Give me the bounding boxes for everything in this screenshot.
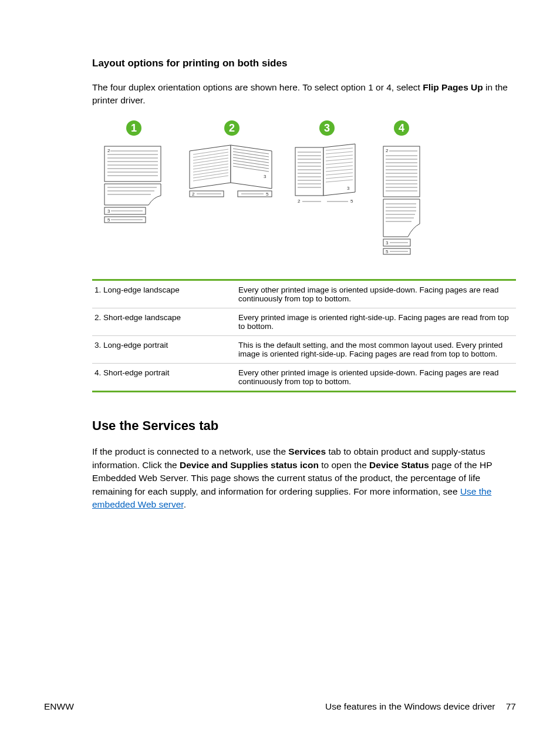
figure-3: 3 [292,120,362,214]
svg-text:2: 2 [107,148,110,153]
services-paragraph: If the product is connected to a network… [92,445,516,511]
table-label: 4. Short-edge portrait [95,368,238,386]
services-t3: to open the [319,460,369,470]
figure-number-2: 2 [224,120,239,136]
figure-4-diagram: 2 [375,142,428,259]
services-t5: . [184,499,186,509]
table-row: 4. Short-edge portrait Every other print… [92,364,516,392]
figure-number-4: 4 [394,120,409,136]
services-b2: Device and Supplies status icon [180,460,319,470]
table-label: 2. Short-edge landscape [95,313,238,331]
intro-paragraph: The four duplex orientation options are … [92,81,516,106]
svg-text:3: 3 [386,240,389,246]
figure-number-3: 3 [319,120,335,136]
footer-right: Use features in the Windows device drive… [325,701,516,712]
table-desc: Every other printed image is oriented up… [238,285,514,303]
table-desc: Every printed image is oriented right-si… [238,313,514,331]
services-b3: Device Status [369,460,429,470]
figure-3-diagram: 3 2 5 [292,142,362,212]
svg-rect-0 [104,146,161,182]
figure-4: 4 2 [375,120,428,261]
table-row: 2. Short-edge landscape Every printed im… [92,308,516,336]
table-row: 3. Long-edge portrait This is the defaul… [92,336,516,364]
svg-text:5: 5 [350,199,353,204]
page-footer: ENWW Use features in the Windows device … [44,701,516,712]
table-desc: This is the default setting, and the mos… [238,341,514,358]
heading-layout-options: Layout options for printing on both side… [92,58,516,69]
services-t1: If the product is connected to a network… [92,446,288,456]
table-row: 1. Long-edge landscape Every other print… [92,281,516,308]
intro-bold: Flip Pages Up [423,82,483,92]
svg-text:3: 3 [107,209,110,214]
intro-text-1: The four duplex orientation options are … [92,82,423,92]
svg-text:5: 5 [266,191,269,197]
table-label: 3. Long-edge portrait [95,341,238,358]
figure-2: 2 [185,120,279,214]
svg-text:2: 2 [192,191,195,197]
figure-number-1: 1 [126,120,141,136]
svg-text:3: 3 [347,186,350,191]
footer-left: ENWW [44,701,74,712]
svg-rect-73 [383,146,420,197]
svg-text:3: 3 [264,174,266,179]
table-label: 1. Long-edge landscape [95,285,238,303]
svg-text:5: 5 [386,249,389,254]
footer-section-label: Use features in the Windows device drive… [325,701,495,711]
figure-row: 1 2 3 5 2 [96,120,516,261]
heading-services-tab: Use the Services tab [92,418,516,434]
svg-text:2: 2 [298,199,301,204]
layout-options-table: 1. Long-edge landscape Every other print… [92,279,516,392]
table-desc: Every other printed image is oriented up… [238,368,514,386]
svg-text:5: 5 [107,217,110,223]
footer-page-number: 77 [506,701,516,711]
svg-text:2: 2 [386,148,389,153]
figure-1: 1 2 3 5 [96,120,172,232]
figure-2-diagram: 3 2 5 [185,142,279,212]
services-b1: Services [288,446,326,456]
figure-1-diagram: 2 3 5 [96,142,172,230]
svg-rect-45 [295,147,323,196]
